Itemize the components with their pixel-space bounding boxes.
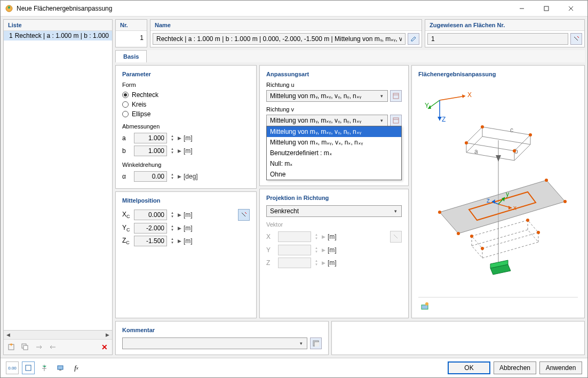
view-c-button[interactable] xyxy=(54,361,67,374)
svg-line-22 xyxy=(440,96,465,100)
xc-play-icon[interactable]: ▶ xyxy=(178,212,181,218)
yc-play-icon[interactable]: ▶ xyxy=(178,226,181,231)
yc-spinner[interactable]: ▲▼ xyxy=(169,224,176,232)
b-play-icon[interactable]: ▶ xyxy=(178,148,181,154)
svg-marker-27 xyxy=(438,117,442,120)
dropdown-option[interactable]: Ohne xyxy=(267,169,401,180)
combo-text: Mittelung von mᵧ, mₓᵧ, vᵧ, nᵧ, nₓᵧ xyxy=(270,92,378,100)
a-spinner[interactable]: ▲▼ xyxy=(169,134,176,142)
cancel-button[interactable]: Abbrechen xyxy=(494,361,536,374)
assigned-input[interactable] xyxy=(427,33,568,45)
zc-label: ZC xyxy=(122,237,132,245)
pick-vector-button xyxy=(390,231,402,243)
svg-point-50 xyxy=(457,232,460,235)
function-button[interactable]: fx xyxy=(70,361,83,374)
name-input[interactable] xyxy=(153,33,406,45)
view-a-button[interactable] xyxy=(22,361,35,374)
radio-kreis[interactable]: Kreis xyxy=(122,100,250,109)
list-hscroll[interactable]: ◀ ▶ xyxy=(4,330,112,339)
vx-unit: [m] xyxy=(328,233,337,240)
alpha-label: α xyxy=(122,173,132,180)
radio-rechteck[interactable]: Rechteck xyxy=(122,90,250,100)
assigned-header: Zugewiesen an Flächen Nr. xyxy=(425,20,584,31)
svg-line-21 xyxy=(394,235,398,238)
richtung-v-combo[interactable]: Mittelung von mᵧ, mₓᵧ, vᵧ, nᵧ, nₓᵧ ▾ xyxy=(266,115,388,126)
alpha-spinner[interactable]: ▲▼ xyxy=(169,173,176,180)
list-tree[interactable]: 1 Rechteck | a : 1.000 m | b : 1.000 xyxy=(4,31,112,330)
preview-3d-view[interactable]: X Y Z a xyxy=(418,82,578,295)
tab-basis[interactable]: Basis xyxy=(115,50,147,62)
vz-input xyxy=(278,258,311,268)
winkel-label: Winkeldrehung xyxy=(122,162,250,168)
tabs-row: Basis xyxy=(115,50,585,62)
kommentar-combo[interactable]: ▾ xyxy=(122,337,307,349)
xc-input[interactable] xyxy=(134,210,167,220)
alpha-input[interactable] xyxy=(134,171,167,182)
zc-play-icon[interactable]: ▶ xyxy=(178,238,181,244)
v-library-button[interactable] xyxy=(390,115,402,126)
nr-panel: Nr. 1 xyxy=(115,19,147,47)
column-preview: Flächenergebnisanpassung X Y Z xyxy=(411,65,585,318)
list-item[interactable]: 1 Rechteck | a : 1.000 m | b : 1.000 xyxy=(4,31,112,41)
xc-label: XC xyxy=(122,211,132,219)
copy-item-button[interactable] xyxy=(19,341,31,353)
svg-text:Y: Y xyxy=(425,102,429,109)
view-b-button[interactable] xyxy=(38,361,51,374)
form-label: Form xyxy=(122,82,250,88)
svg-text:X: X xyxy=(467,91,472,99)
minimize-button[interactable] xyxy=(510,1,534,17)
yc-input[interactable] xyxy=(134,223,167,234)
a-play-icon[interactable]: ▶ xyxy=(178,135,181,141)
a-row: a ▲▼ ▶ [m] xyxy=(122,132,250,144)
zc-input[interactable] xyxy=(134,236,167,246)
scroll-left-icon[interactable]: ◀ xyxy=(4,331,13,340)
units-button[interactable]: 0.00 xyxy=(6,361,19,374)
delete-button[interactable]: ✕ xyxy=(98,341,111,353)
name-panel: Name xyxy=(150,19,422,47)
dropdown-option[interactable]: Mittelung von mₓ, mₓᵧ, vₓ, nₓ, nₓᵧ xyxy=(267,137,401,148)
ok-button[interactable]: OK xyxy=(448,361,490,374)
richtung-v-dropdown[interactable]: Mittelung von mᵧ, mₓᵧ, vᵧ, nᵧ, nₓᵧ Mitte… xyxy=(266,126,402,180)
new-item-button[interactable] xyxy=(5,341,18,353)
kommentar-library-button[interactable] xyxy=(310,337,322,349)
u-library-button[interactable] xyxy=(390,90,402,102)
svg-text:Z: Z xyxy=(442,116,446,123)
b-spinner[interactable]: ▲▼ xyxy=(169,147,176,155)
scroll-right-icon[interactable]: ▶ xyxy=(103,331,112,340)
close-button[interactable] xyxy=(559,1,583,17)
kommentar-group: Kommentar ▾ xyxy=(115,321,329,355)
chevron-down-icon: ▾ xyxy=(378,118,385,123)
maximize-button[interactable] xyxy=(534,1,559,17)
nr-value[interactable]: 1 xyxy=(116,31,147,45)
radio-ellipse[interactable]: Ellipse xyxy=(122,109,250,119)
include-button[interactable] xyxy=(33,341,45,353)
svg-text:x: x xyxy=(513,204,517,212)
pick-point-button[interactable] xyxy=(238,209,250,221)
b-input[interactable] xyxy=(134,146,167,156)
a-input[interactable] xyxy=(134,133,167,143)
edit-name-button[interactable] xyxy=(408,33,419,45)
xc-unit: [m] xyxy=(184,211,193,219)
xc-spinner[interactable]: ▲▼ xyxy=(169,211,176,219)
combo-text: Mittelung von mᵧ, mₓᵧ, vᵧ, nᵧ, nₓᵧ xyxy=(270,117,378,124)
svg-text:y: y xyxy=(506,190,509,198)
a-unit: [m] xyxy=(184,134,193,142)
dropdown-option[interactable]: Null: mₓ xyxy=(267,158,401,169)
b-row: b ▲▼ ▶ [m] xyxy=(122,144,250,157)
pick-surfaces-button[interactable] xyxy=(570,33,582,45)
exclude-button[interactable] xyxy=(46,341,59,353)
item-num: 1 xyxy=(9,32,13,39)
zc-spinner[interactable]: ▲▼ xyxy=(169,237,176,245)
svg-rect-17 xyxy=(393,93,399,99)
svg-point-69 xyxy=(537,231,540,234)
dropdown-option[interactable]: Mittelung von mᵧ, mₓᵧ, vᵧ, nᵧ, nₓᵧ xyxy=(267,126,401,137)
vy-row: Y ▲▼ ▶ [m] xyxy=(266,244,402,256)
dropdown-option[interactable]: Benutzerdefiniert : mₓ xyxy=(267,148,401,158)
apply-button[interactable]: Anwenden xyxy=(539,361,582,374)
preview-settings-button[interactable] xyxy=(418,300,431,312)
richtung-u-combo[interactable]: Mittelung von mᵧ, mₓᵧ, vᵧ, nᵧ, nₓᵧ ▾ xyxy=(266,90,388,102)
svg-rect-10 xyxy=(23,345,28,350)
alpha-play-icon[interactable]: ▶ xyxy=(178,174,181,179)
anpassungsart-group: Anpassungsart Richtung u Mittelung von m… xyxy=(259,65,409,186)
projektion-combo[interactable]: Senkrecht ▾ xyxy=(266,205,402,217)
